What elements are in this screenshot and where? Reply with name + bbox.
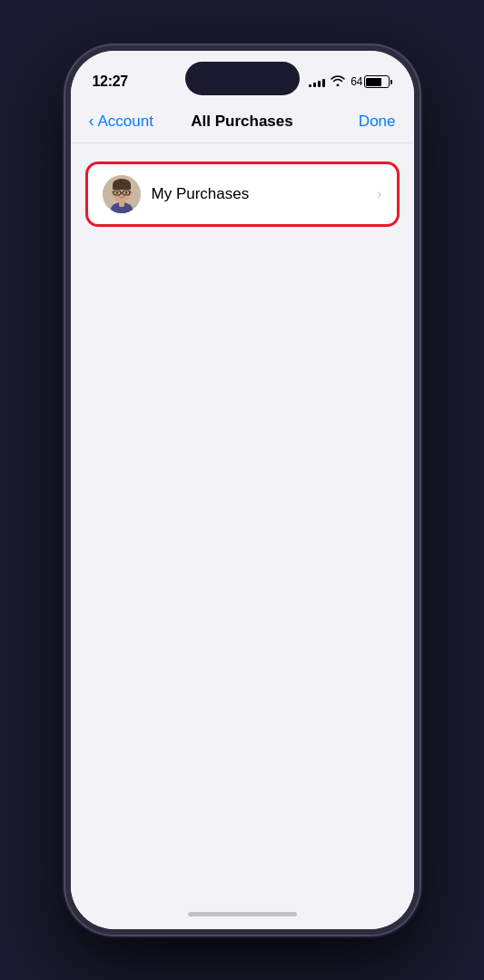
signal-bar-4: [322, 79, 325, 87]
phone-shell: 12:27 64: [65, 45, 420, 935]
nav-header: ‹ Account All Purchases Done: [71, 100, 414, 143]
svg-line-12: [130, 191, 131, 193]
svg-point-13: [115, 191, 117, 193]
battery-fill: [366, 78, 381, 86]
main-content: My Purchases ›: [71, 143, 414, 898]
row-chevron-icon: ›: [377, 185, 382, 203]
svg-rect-5: [113, 184, 131, 190]
wifi-icon: [331, 75, 345, 89]
back-label: Account: [98, 113, 153, 131]
back-button[interactable]: ‹ Account: [89, 113, 153, 131]
avatar: [103, 175, 141, 213]
page-title: All Purchases: [191, 113, 292, 131]
done-button[interactable]: Done: [359, 113, 396, 131]
my-purchases-row[interactable]: My Purchases ›: [85, 162, 400, 227]
signal-bar-3: [318, 81, 321, 87]
dynamic-island: [185, 62, 300, 95]
svg-line-11: [113, 191, 114, 193]
status-right: 64: [309, 75, 391, 89]
phone-screen: 12:27 64: [71, 51, 414, 929]
status-time: 12:27: [93, 74, 128, 90]
battery-tip: [390, 80, 392, 84]
svg-point-14: [124, 191, 126, 193]
battery-icon: 64: [351, 75, 391, 88]
status-bar: 12:27 64: [71, 51, 414, 100]
signal-bar-1: [309, 84, 311, 87]
my-purchases-label: My Purchases: [152, 185, 366, 203]
home-bar: [188, 912, 297, 916]
home-indicator: [71, 898, 414, 929]
battery-body: [364, 75, 390, 88]
signal-bar-2: [313, 83, 316, 87]
back-chevron-icon: ‹: [89, 112, 94, 131]
battery-level: 64: [351, 75, 362, 88]
signal-bars: [309, 76, 325, 87]
